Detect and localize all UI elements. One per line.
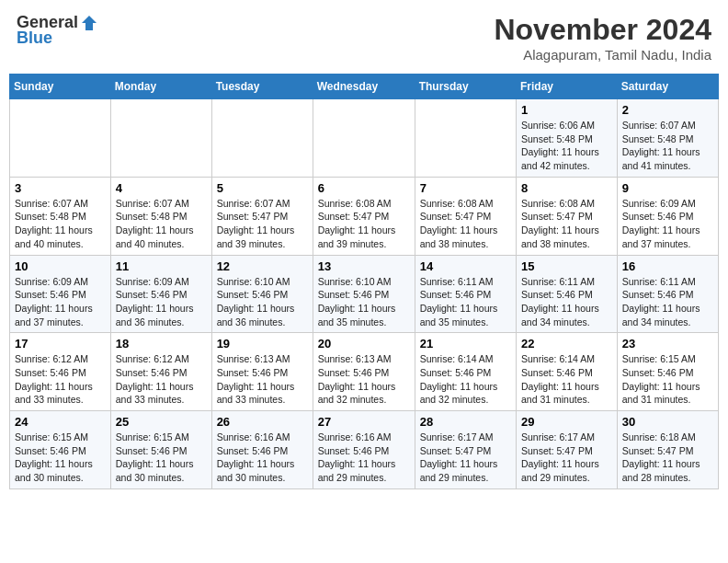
day-cell-23: 23Sunrise: 6:15 AMSunset: 5:46 PMDayligh… [617,333,718,411]
day-cell-7: 7Sunrise: 6:08 AMSunset: 5:47 PMDaylight… [415,177,516,255]
day-info: Sunrise: 6:13 AMSunset: 5:46 PMDaylight:… [318,352,410,407]
day-info: Sunrise: 6:17 AMSunset: 5:47 PMDaylight:… [420,431,511,485]
day-cell-24: 24Sunrise: 6:15 AMSunset: 5:46 PMDayligh… [10,411,111,489]
day-cell-28: 28Sunrise: 6:17 AMSunset: 5:47 PMDayligh… [415,411,516,489]
day-cell-3: 3Sunrise: 6:07 AMSunset: 5:48 PMDaylight… [10,177,111,255]
day-info: Sunrise: 6:10 AMSunset: 5:46 PMDaylight:… [318,275,410,329]
day-number: 1 [521,103,612,117]
day-number: 6 [318,181,410,195]
empty-cell [415,99,516,178]
weekday-header-thursday: Thursday [415,75,516,99]
day-number: 11 [116,259,207,273]
day-number: 4 [116,181,207,195]
empty-cell [313,99,415,178]
day-number: 16 [622,259,713,273]
day-number: 15 [521,259,612,273]
day-number: 13 [318,259,410,273]
location-title: Alagapuram, Tamil Nadu, India [494,47,711,63]
day-cell-22: 22Sunrise: 6:14 AMSunset: 5:46 PMDayligh… [517,333,618,411]
title-block: November 2024 Alagapuram, Tamil Nadu, In… [494,13,711,63]
day-info: Sunrise: 6:16 AMSunset: 5:46 PMDaylight:… [217,431,308,485]
day-info: Sunrise: 6:14 AMSunset: 5:46 PMDaylight:… [521,352,612,407]
day-info: Sunrise: 6:07 AMSunset: 5:48 PMDaylight:… [116,197,207,251]
week-row-2: 3Sunrise: 6:07 AMSunset: 5:48 PMDaylight… [10,177,719,255]
day-number: 7 [420,181,511,195]
day-info: Sunrise: 6:11 AMSunset: 5:46 PMDaylight:… [420,275,511,329]
day-cell-18: 18Sunrise: 6:12 AMSunset: 5:46 PMDayligh… [110,333,211,411]
day-cell-21: 21Sunrise: 6:14 AMSunset: 5:46 PMDayligh… [415,333,516,411]
day-info: Sunrise: 6:07 AMSunset: 5:47 PMDaylight:… [217,197,308,251]
logo-blue: Blue [17,29,52,48]
day-cell-6: 6Sunrise: 6:08 AMSunset: 5:47 PMDaylight… [313,177,415,255]
week-row-4: 17Sunrise: 6:12 AMSunset: 5:46 PMDayligh… [10,333,719,411]
day-number: 10 [15,259,106,273]
day-cell-25: 25Sunrise: 6:15 AMSunset: 5:46 PMDayligh… [110,411,211,489]
day-number: 23 [622,337,713,350]
week-row-5: 24Sunrise: 6:15 AMSunset: 5:46 PMDayligh… [10,411,719,489]
day-cell-1: 1Sunrise: 6:06 AMSunset: 5:48 PMDaylight… [517,99,618,178]
weekday-header-monday: Monday [110,75,211,99]
week-row-1: 1Sunrise: 6:06 AMSunset: 5:48 PMDaylight… [10,99,719,178]
day-cell-9: 9Sunrise: 6:09 AMSunset: 5:46 PMDaylight… [617,177,718,255]
day-number: 2 [622,103,713,117]
day-number: 24 [15,415,106,429]
day-info: Sunrise: 6:15 AMSunset: 5:46 PMDaylight:… [622,352,713,407]
weekday-header-sunday: Sunday [10,75,111,99]
day-info: Sunrise: 6:09 AMSunset: 5:46 PMDaylight:… [622,197,713,251]
day-number: 29 [521,415,612,429]
day-info: Sunrise: 6:08 AMSunset: 5:47 PMDaylight:… [318,197,410,251]
day-info: Sunrise: 6:13 AMSunset: 5:46 PMDaylight:… [217,352,308,407]
day-number: 14 [420,259,511,273]
day-number: 27 [318,415,410,429]
day-cell-10: 10Sunrise: 6:09 AMSunset: 5:46 PMDayligh… [10,255,111,333]
day-number: 26 [217,415,308,429]
day-number: 3 [15,181,106,195]
day-info: Sunrise: 6:15 AMSunset: 5:46 PMDaylight:… [116,431,207,485]
day-number: 28 [420,415,511,429]
day-number: 12 [217,259,308,273]
day-number: 21 [420,337,511,350]
logo: General Blue [17,13,98,48]
day-cell-26: 26Sunrise: 6:16 AMSunset: 5:46 PMDayligh… [211,411,313,489]
day-info: Sunrise: 6:18 AMSunset: 5:47 PMDaylight:… [622,431,713,485]
day-number: 20 [318,337,410,350]
day-number: 19 [217,337,308,350]
week-row-3: 10Sunrise: 6:09 AMSunset: 5:46 PMDayligh… [10,255,719,333]
calendar-table: SundayMondayTuesdayWednesdayThursdayFrid… [9,74,719,489]
day-cell-30: 30Sunrise: 6:18 AMSunset: 5:47 PMDayligh… [617,411,718,489]
day-info: Sunrise: 6:09 AMSunset: 5:46 PMDaylight:… [116,275,207,329]
day-cell-11: 11Sunrise: 6:09 AMSunset: 5:46 PMDayligh… [110,255,211,333]
svg-marker-0 [82,16,97,30]
day-number: 5 [217,181,308,195]
day-number: 30 [622,415,713,429]
day-cell-14: 14Sunrise: 6:11 AMSunset: 5:46 PMDayligh… [415,255,516,333]
day-cell-12: 12Sunrise: 6:10 AMSunset: 5:46 PMDayligh… [211,255,313,333]
day-info: Sunrise: 6:09 AMSunset: 5:46 PMDaylight:… [15,275,106,329]
day-info: Sunrise: 6:14 AMSunset: 5:46 PMDaylight:… [420,352,511,407]
day-cell-17: 17Sunrise: 6:12 AMSunset: 5:46 PMDayligh… [10,333,111,411]
empty-cell [211,99,313,178]
weekday-header-friday: Friday [517,75,618,99]
day-info: Sunrise: 6:15 AMSunset: 5:46 PMDaylight:… [15,431,106,485]
day-info: Sunrise: 6:11 AMSunset: 5:46 PMDaylight:… [521,275,612,329]
day-cell-19: 19Sunrise: 6:13 AMSunset: 5:46 PMDayligh… [211,333,313,411]
day-cell-4: 4Sunrise: 6:07 AMSunset: 5:48 PMDaylight… [110,177,211,255]
day-cell-5: 5Sunrise: 6:07 AMSunset: 5:47 PMDaylight… [211,177,313,255]
day-info: Sunrise: 6:17 AMSunset: 5:47 PMDaylight:… [521,431,612,485]
empty-cell [110,99,211,178]
page-header: General Blue November 2024 Alagapuram, T… [9,9,719,66]
day-info: Sunrise: 6:11 AMSunset: 5:46 PMDaylight:… [622,275,713,329]
empty-cell [10,99,111,178]
day-info: Sunrise: 6:08 AMSunset: 5:47 PMDaylight:… [521,197,612,251]
day-number: 9 [622,181,713,195]
day-cell-16: 16Sunrise: 6:11 AMSunset: 5:46 PMDayligh… [617,255,718,333]
day-cell-20: 20Sunrise: 6:13 AMSunset: 5:46 PMDayligh… [313,333,415,411]
day-info: Sunrise: 6:06 AMSunset: 5:48 PMDaylight:… [521,119,612,173]
day-number: 22 [521,337,612,350]
weekday-header-saturday: Saturday [617,75,718,99]
month-title: November 2024 [494,13,711,47]
day-info: Sunrise: 6:08 AMSunset: 5:47 PMDaylight:… [420,197,511,251]
day-cell-13: 13Sunrise: 6:10 AMSunset: 5:46 PMDayligh… [313,255,415,333]
day-cell-8: 8Sunrise: 6:08 AMSunset: 5:47 PMDaylight… [517,177,618,255]
day-cell-27: 27Sunrise: 6:16 AMSunset: 5:46 PMDayligh… [313,411,415,489]
